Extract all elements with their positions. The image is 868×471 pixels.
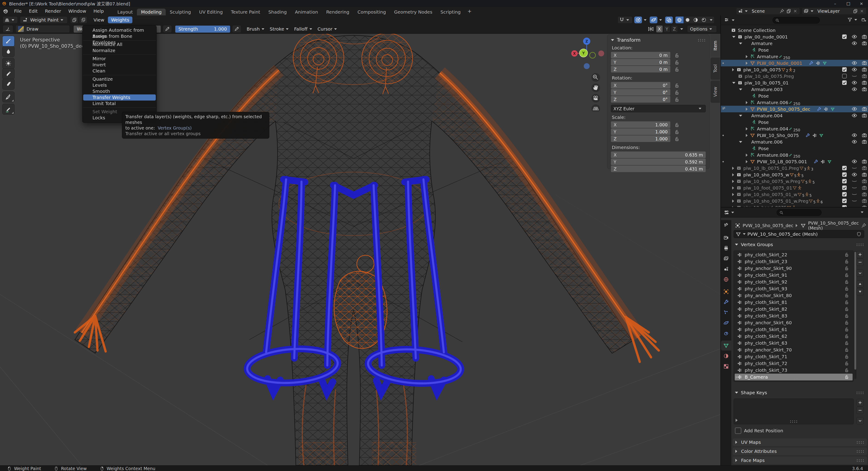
visibility-checkbox[interactable] — [841, 185, 847, 191]
tool-smear-brush[interactable] — [2, 68, 14, 79]
lock-icon[interactable] — [844, 300, 849, 305]
properties-tab-object-data[interactable] — [721, 341, 731, 350]
properties-filter-icon[interactable] — [861, 211, 864, 213]
properties-tab-view-layer[interactable] — [721, 254, 731, 264]
outliner-row-pose[interactable]: Pose — [721, 93, 868, 99]
workspace-tab-texture-paint[interactable]: Texture Paint — [227, 9, 264, 15]
menu-view[interactable]: View — [91, 16, 107, 23]
menu-render[interactable]: Render — [41, 7, 65, 15]
outliner-row-armature-006[interactable]: Armature.006250 — [721, 99, 868, 106]
hide-eye-icon[interactable] — [851, 67, 857, 72]
hide-eye-icon[interactable] — [851, 165, 857, 171]
menu-help[interactable]: Help — [90, 7, 107, 15]
transform-panel-header[interactable]: Transform — [611, 37, 706, 43]
hide-eye-icon[interactable] — [851, 34, 857, 40]
shading-dropdown-icon[interactable] — [710, 19, 712, 21]
shading-material-button[interactable] — [692, 16, 700, 23]
overlays-button[interactable] — [665, 16, 673, 23]
vertex-group-row-phy-cloth-skirt-73[interactable]: phy_cloth_Skirt_73 — [735, 367, 852, 374]
menu-weights[interactable]: Weights — [108, 16, 132, 23]
close-button[interactable]: × — [855, 0, 868, 7]
minimize-button[interactable]: – — [829, 0, 842, 7]
disable-render-icon[interactable] — [861, 112, 867, 119]
lock-icon[interactable] — [844, 293, 849, 298]
disable-render-icon[interactable] — [861, 159, 867, 164]
expander-icon[interactable] — [732, 200, 734, 203]
hide-eye-icon[interactable] — [851, 132, 857, 138]
rotation-mode-dropdown[interactable]: XYZ Euler — [611, 105, 706, 112]
properties-tab-particles[interactable] — [721, 307, 731, 317]
outliner-row-plw-10-foot-0075-01[interactable]: plw_10_foot_0075_01 — [721, 184, 868, 191]
lock-icon[interactable] — [844, 361, 849, 366]
add-vertex-group-button[interactable] — [857, 251, 864, 258]
shading-rendered-button[interactable] — [700, 16, 708, 23]
properties-tab-texture[interactable] — [721, 361, 731, 371]
brush-falloff-preview[interactable] — [3, 25, 13, 33]
tool-gradient-tool[interactable] — [2, 79, 14, 90]
workspace-tab-rendering[interactable]: Rendering — [322, 9, 353, 15]
lock-icon[interactable] — [844, 320, 849, 326]
expander-icon[interactable] — [746, 134, 748, 137]
properties-tab-physics[interactable] — [721, 318, 731, 328]
modifier-wrench-icon[interactable] — [816, 107, 822, 112]
mode-dropdown[interactable]: Weight Paint — [20, 16, 67, 24]
vertex-group-row-phy-cloth-skirt-61[interactable]: phy_cloth_Skirt_61 — [735, 326, 852, 333]
menu-item-clean[interactable]: Clean — [83, 68, 156, 74]
vertex-mask-button[interactable] — [79, 16, 87, 24]
vertex-group-icon[interactable] — [819, 133, 824, 138]
orbit-gizmo-button[interactable] — [650, 16, 657, 23]
lock-icon[interactable] — [674, 129, 680, 135]
hide-eye-icon[interactable] — [851, 106, 857, 112]
transform-field-t-dim-x[interactable]: X0.635 m — [611, 152, 706, 158]
lock-icon[interactable] — [674, 90, 680, 96]
outliner-row-plw-10-lb-0075-01-preg[interactable]: plw_10_lb_0075_01.Preg33 — [721, 165, 868, 171]
menu-item-normalize-all[interactable]: Normalize All — [83, 41, 156, 47]
vertex-group-row-phy-cloth-skirt-72[interactable]: phy_cloth_Skirt_72 — [735, 360, 852, 367]
menu-item-mirror[interactable]: Mirror — [83, 56, 156, 62]
workspace-tab-modeling[interactable]: Modeling — [137, 9, 166, 15]
add-workspace-button[interactable]: + — [465, 8, 474, 14]
shape-keys-panel-header[interactable]: Shape Keys — [735, 390, 864, 395]
properties-tab-world[interactable] — [721, 274, 731, 284]
geometry-nodes-icon[interactable] — [815, 61, 820, 66]
editor-type-button[interactable] — [3, 16, 18, 24]
proportional-editing-button[interactable] — [634, 16, 642, 23]
properties-tab-tool[interactable] — [721, 221, 731, 231]
workspace-tab-animation[interactable]: Animation — [291, 9, 322, 15]
lock-icon[interactable] — [674, 82, 680, 89]
stroke-menu[interactable]: Stroke — [268, 26, 292, 32]
hide-eye-icon[interactable] — [851, 139, 857, 145]
expander-icon[interactable] — [732, 68, 734, 71]
list-resize-grip[interactable] — [789, 420, 798, 423]
pin-icon[interactable] — [779, 9, 784, 13]
hide-eye-icon[interactable] — [851, 73, 857, 79]
remove-viewlayer-icon[interactable] — [860, 9, 864, 13]
lock-icon[interactable] — [844, 334, 849, 339]
outliner-row-armature-006[interactable]: Armature.006 — [721, 139, 868, 145]
outliner-row-armature-004[interactable]: Armature.004250 — [721, 126, 868, 132]
brush-menu[interactable]: Brush — [245, 26, 268, 32]
disable-render-icon[interactable] — [861, 67, 867, 72]
outliner-row-plw-10-sho-0075-01-w[interactable]: plw_10_sho_0075_01_w55 — [721, 191, 868, 198]
geometry-nodes-icon[interactable] — [812, 133, 817, 138]
tool-average-brush[interactable] — [2, 58, 14, 69]
viewlayer-selector[interactable]: ViewLayer — [802, 7, 867, 15]
lock-icon[interactable] — [844, 259, 849, 264]
transform-field-t-loc-y[interactable]: Y0 m — [611, 59, 670, 65]
modifier-wrench-icon[interactable] — [813, 159, 818, 164]
outliner-row-plw-10-sho-0075-01-w-preg[interactable]: plw_10_sho_0075_01_w.Preg56 — [721, 198, 868, 204]
workspace-tab-uv-editing[interactable]: UV Editing — [195, 9, 227, 15]
vertex-group-row-phy-cloth-skirt-82[interactable]: phy_cloth_Skirt_82 — [735, 306, 852, 312]
panel-color-attributes[interactable]: Color Attributes — [733, 447, 867, 455]
zoom-button[interactable] — [591, 73, 600, 82]
visibility-checkbox[interactable] — [841, 178, 847, 184]
expander-icon[interactable] — [732, 167, 734, 170]
gizmo-z-neg-axis[interactable] — [584, 63, 590, 69]
list-resize-grip[interactable] — [789, 377, 798, 380]
tool-draw-brush[interactable] — [2, 36, 14, 47]
workspace-tab-shading[interactable]: Shading — [264, 9, 291, 15]
gizmo-x-neg-axis[interactable] — [598, 51, 604, 56]
transform-field-t-scl-x[interactable]: X1.000 — [611, 122, 670, 128]
add-rest-position-checkbox[interactable] — [735, 428, 741, 434]
menu-item-limit-total[interactable]: Limit Total — [83, 101, 156, 107]
